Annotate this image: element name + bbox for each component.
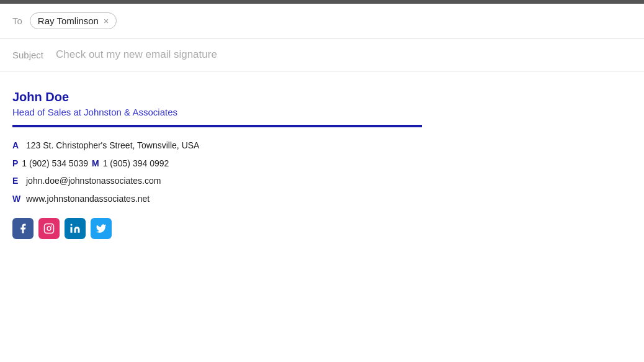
sig-address-row: A 123 St. Christopher's Street, Townsvil… — [12, 137, 632, 154]
mobile-value: 1 (905) 394 0992 — [103, 155, 169, 172]
twitter-icon[interactable] — [91, 218, 112, 239]
web-value: www.johnstonandassociates.net — [26, 191, 150, 207]
facebook-svg — [17, 223, 29, 234]
recipient-chip[interactable]: Ray Tomlinson × — [30, 12, 117, 29]
phone-value: 1 (902) 534 5039 — [22, 155, 88, 172]
instagram-svg — [43, 223, 55, 234]
social-icons — [12, 218, 632, 239]
svg-point-1 — [47, 227, 51, 230]
sig-title: Head of Sales at Johnston & Associates — [12, 107, 632, 117]
subject-value: Check out my new email signature — [56, 48, 217, 61]
svg-rect-3 — [71, 227, 73, 233]
svg-point-4 — [71, 224, 73, 226]
email-key: E — [12, 173, 22, 189]
remove-recipient-button[interactable]: × — [104, 16, 109, 26]
sig-phone-row: P 1 (902) 534 5039 M 1 (905) 394 0992 — [12, 155, 632, 172]
address-key: A — [12, 137, 22, 154]
sig-email-row: E john.doe@johnstonassociates.com — [12, 173, 632, 189]
mobile-key: M — [92, 155, 99, 172]
twitter-svg — [96, 223, 107, 234]
to-label: To — [12, 16, 22, 26]
sig-name: John Doe — [12, 90, 632, 104]
to-row: To Ray Tomlinson × — [0, 4, 644, 38]
email-value: john.doe@johnstonassociates.com — [26, 173, 161, 189]
svg-point-2 — [51, 225, 52, 227]
linkedin-svg — [69, 223, 81, 234]
facebook-icon[interactable] — [12, 218, 34, 239]
subject-label: Subject — [12, 50, 50, 60]
recipient-name: Ray Tomlinson — [38, 16, 99, 26]
address-value: 123 St. Christopher's Street, Townsville… — [26, 137, 199, 154]
sig-web-row: W www.johnstonandassociates.net — [12, 191, 632, 207]
subject-row: Subject Check out my new email signature — [0, 38, 644, 71]
svg-rect-0 — [45, 224, 54, 233]
sig-details: A 123 St. Christopher's Street, Townsvil… — [12, 137, 632, 207]
web-key: W — [12, 191, 22, 207]
signature-area: John Doe Head of Sales at Johnston & Ass… — [0, 71, 644, 251]
linkedin-icon[interactable] — [65, 218, 86, 239]
phone-key: P — [12, 155, 18, 172]
instagram-icon[interactable] — [38, 218, 60, 239]
sig-divider — [12, 125, 422, 127]
